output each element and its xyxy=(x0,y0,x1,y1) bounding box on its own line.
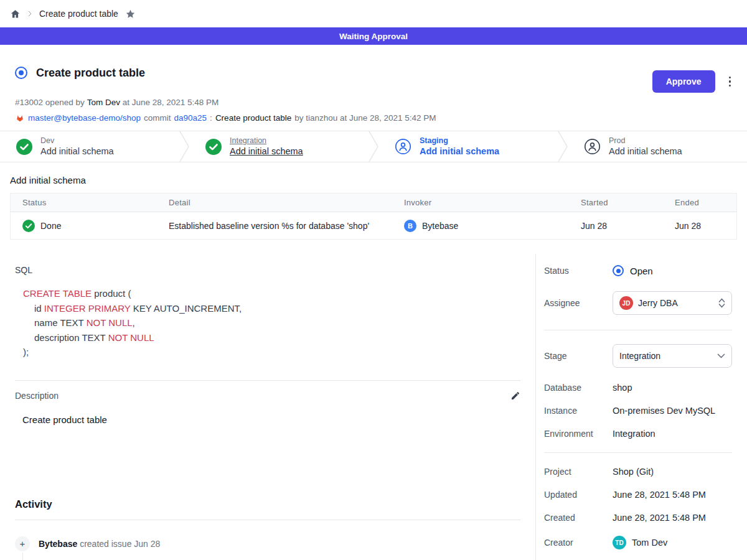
branch-repo-link[interactable]: master@bytebase-demo/shop xyxy=(28,113,141,123)
activity-item: + Bytebase created issue Jun 28 xyxy=(15,536,520,551)
activity-actor: Bytebase xyxy=(39,539,77,549)
gitlab-icon xyxy=(15,113,25,123)
creator-value: TD Tom Dev xyxy=(613,536,667,549)
invoker-avatar: B xyxy=(404,220,416,232)
divider xyxy=(15,520,520,520)
home-icon[interactable] xyxy=(10,9,21,19)
activity-action: created issue Jun 28 xyxy=(80,539,160,549)
stage-staging[interactable]: Staging Add initial schema xyxy=(378,131,558,162)
done-check-icon xyxy=(205,139,222,155)
issue-id-text: #13002 opened by xyxy=(15,98,85,107)
created-label: Created xyxy=(544,513,613,523)
issue-author: Tom Dev xyxy=(87,98,120,107)
pending-approval-person-icon xyxy=(395,138,411,155)
chevron-down-icon xyxy=(717,353,725,358)
database-value: shop xyxy=(613,383,632,393)
task-ended: Jun 28 xyxy=(675,221,701,231)
stage-integration[interactable]: Integration Add initial schema xyxy=(189,131,369,162)
project-label: Project xyxy=(544,467,613,477)
status-value: Open xyxy=(613,265,653,276)
description-label: Description xyxy=(15,391,59,401)
stage-task-label: Add initial schema xyxy=(230,146,303,157)
task-status: Done xyxy=(40,221,61,231)
stage-separator xyxy=(558,131,568,162)
issue-header: Create product table Approve #13002 open… xyxy=(0,45,747,131)
pipeline-stage-bar: Dev Add initial schema Integration Add i… xyxy=(0,131,747,162)
edit-pencil-icon[interactable] xyxy=(510,391,520,401)
stage-env-label: Prod xyxy=(609,136,682,146)
commit-message: Create product table xyxy=(215,113,291,123)
divider xyxy=(544,452,732,453)
plus-icon: + xyxy=(15,536,30,551)
stage-separator xyxy=(369,131,378,162)
issue-meta: #13002 opened by Tom Dev at June 28, 202… xyxy=(15,98,732,107)
banner-text: Waiting Approval xyxy=(339,32,408,41)
activity-heading: Activity xyxy=(15,498,520,510)
breadcrumb-page-title[interactable]: Create product table xyxy=(39,9,118,19)
task-detail: Established baseline version %s for data… xyxy=(169,221,369,231)
stage-label: Stage xyxy=(544,351,613,361)
approve-button[interactable]: Approve xyxy=(652,70,715,93)
status-text: Open xyxy=(630,266,653,276)
pending-person-icon xyxy=(584,138,601,155)
task-table-header: Status Detail Invoker Started Ended xyxy=(11,194,736,212)
stage-dev[interactable]: Dev Add initial schema xyxy=(0,131,179,162)
done-check-icon xyxy=(22,220,35,232)
updown-chevron-icon xyxy=(718,298,725,308)
project-value: Shop (Git) xyxy=(613,467,654,477)
assignee-value: Jerry DBA xyxy=(638,298,678,308)
divider xyxy=(15,380,520,381)
more-actions-icon[interactable] xyxy=(728,75,733,88)
stage-env-label: Staging xyxy=(420,136,499,146)
stage-value: Integration xyxy=(619,351,660,361)
star-icon[interactable] xyxy=(125,9,136,19)
assignee-select[interactable]: JD Jerry DBA xyxy=(613,291,732,315)
divider xyxy=(544,330,732,330)
stage-env-label: Integration xyxy=(230,136,303,146)
done-check-icon xyxy=(16,139,32,155)
open-status-icon xyxy=(613,265,624,276)
column-ended: Ended xyxy=(663,194,736,212)
chevron-right-icon xyxy=(26,10,34,17)
column-started: Started xyxy=(569,194,663,212)
main-panel: SQL CREATE TABLE product (id INTEGER PRI… xyxy=(0,254,535,560)
column-status: Status xyxy=(11,194,157,212)
page-title: Create product table xyxy=(36,67,145,80)
issue-open-status-icon xyxy=(15,67,27,79)
sql-code: CREATE TABLE product (id INTEGER PRIMARY… xyxy=(23,286,520,360)
stage-task-label: Add initial schema xyxy=(40,146,114,157)
database-label: Database xyxy=(544,383,613,393)
updated-value: June 28, 2021 5:48 PM xyxy=(613,490,706,500)
assignee-avatar: JD xyxy=(619,296,633,310)
environment-value: Integration xyxy=(613,429,655,439)
task-started: Jun 28 xyxy=(581,221,607,231)
breadcrumb: Create product table xyxy=(0,0,747,27)
stage-task-label: Add initial schema xyxy=(420,146,499,157)
task-invoker: Bytebase xyxy=(422,221,458,231)
status-label: Status xyxy=(544,266,613,276)
stage-prod[interactable]: Prod Add initial schema xyxy=(568,131,747,162)
creator-label: Creator xyxy=(544,538,613,548)
table-row[interactable]: Done Established baseline version %s for… xyxy=(11,212,736,239)
instance-label: Instance xyxy=(544,406,613,416)
sql-section-label: SQL xyxy=(15,265,520,275)
updated-label: Updated xyxy=(544,490,613,500)
commit-author-time: by tianzhou at June 28, 2021 5:42 PM xyxy=(294,113,436,123)
created-value: June 28, 2021 5:48 PM xyxy=(613,513,706,523)
instance-value: On-premises Dev MySQL xyxy=(613,406,715,416)
environment-label: Environment xyxy=(544,429,613,439)
column-detail: Detail xyxy=(157,194,392,212)
description-content: Create product table xyxy=(22,414,520,425)
creator-avatar: TD xyxy=(613,536,626,549)
task-table: Status Detail Invoker Started Ended Done… xyxy=(10,193,737,240)
approval-status-banner: Waiting Approval xyxy=(0,27,747,45)
issue-open-time: at June 28, 2021 5:48 PM xyxy=(123,98,219,107)
commit-hash-link[interactable]: da90a25 xyxy=(174,113,207,123)
creator-name: Tom Dev xyxy=(632,538,667,548)
stage-env-label: Dev xyxy=(40,136,114,146)
stage-task-label: Add initial schema xyxy=(609,146,682,157)
stage-separator xyxy=(179,131,189,162)
column-invoker: Invoker xyxy=(392,194,569,212)
stage-select[interactable]: Integration xyxy=(613,344,732,368)
timeline-line xyxy=(22,553,23,560)
